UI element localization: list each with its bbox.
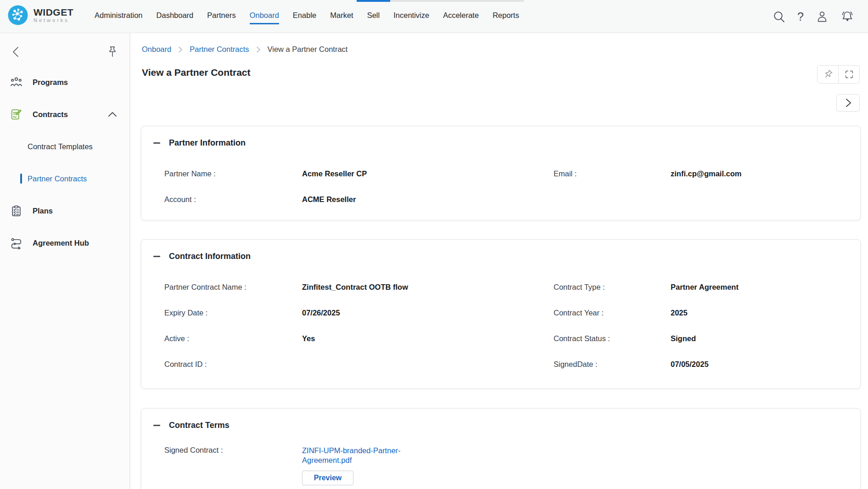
- page-load-progress: [357, 0, 524, 2]
- sidebar-item-agreement-hub[interactable]: Agreement Hub: [0, 227, 129, 259]
- field-label: Signed Contract :: [164, 446, 302, 455]
- field-value: Partner Agreement: [671, 283, 860, 292]
- logo-subtitle: Networks: [34, 17, 73, 23]
- breadcrumb-link-onboard[interactable]: Onboard: [142, 45, 171, 54]
- nav-item-market[interactable]: Market: [330, 11, 353, 24]
- contracts-icon: [10, 108, 22, 121]
- sidebar-item-label: Contracts: [33, 110, 68, 119]
- field-row: Expiry Date : 07/26/2025 Contract Year :…: [141, 300, 860, 326]
- sidebar: Programs Contracts Contract Templates: [0, 33, 130, 489]
- contract-terms-section: Contract Terms Signed Contract : ZINFI-U…: [141, 408, 861, 489]
- programs-icon: [10, 76, 22, 89]
- collapse-section-icon[interactable]: [153, 142, 160, 144]
- field-row: Partner Contract Name : Zinfitest_Contra…: [141, 274, 860, 300]
- header-icons: ?: [772, 10, 854, 23]
- field-label: SignedDate :: [554, 360, 671, 369]
- section-title: Partner Information: [169, 138, 246, 148]
- field-label: Expiry Date :: [164, 309, 302, 317]
- field-row: Active : Yes Contract Status : Signed: [141, 326, 860, 351]
- signed-contract-file-link[interactable]: ZINFI-UPM-branded-Partner-Agreement.pdf: [302, 446, 426, 465]
- sidebar-item-contracts[interactable]: Contracts: [0, 98, 129, 130]
- breadcrumb-current: View a Partner Contract: [268, 45, 348, 54]
- section-title: Contract Information: [169, 252, 251, 261]
- page-load-progress-fill: [357, 0, 390, 2]
- search-icon[interactable]: [772, 10, 786, 23]
- field-value: 07/26/2025: [302, 309, 554, 317]
- nav-item-onboard[interactable]: Onboard: [250, 11, 279, 24]
- field-value: Acme Reseller CP: [302, 169, 554, 178]
- field-label: Contract Year :: [554, 309, 671, 317]
- collapse-section-icon[interactable]: [153, 256, 160, 257]
- field-label: Email :: [554, 169, 671, 178]
- field-label: Contract Type :: [554, 283, 671, 292]
- field-label: Contract Status :: [554, 334, 671, 343]
- agreement-hub-icon: [10, 237, 22, 249]
- section-title: Contract Terms: [169, 421, 230, 430]
- field-row: Contract ID : SignedDate : 07/05/2025: [141, 351, 860, 377]
- sidebar-item-contract-templates[interactable]: Contract Templates: [0, 130, 129, 163]
- field-value: Yes: [302, 334, 554, 343]
- field-value: Zinfitest_Contract OOTB flow: [302, 283, 554, 292]
- pin-page-button[interactable]: [818, 66, 838, 83]
- logo-title: WIDGET: [34, 7, 73, 17]
- page-toolbar: [817, 65, 860, 84]
- field-value: zinfi.cp@gmail.com: [671, 169, 860, 178]
- nav-item-reports[interactable]: Reports: [493, 11, 519, 24]
- partner-information-section: Partner Information Partner Name : Acme …: [141, 126, 861, 220]
- help-icon[interactable]: ?: [797, 10, 804, 23]
- chevron-up-icon[interactable]: [107, 111, 118, 118]
- sidebar-pin-icon[interactable]: [106, 45, 118, 60]
- sidebar-item-plans[interactable]: Plans: [0, 195, 129, 227]
- field-value: 2025: [671, 309, 860, 317]
- field-row: Partner Name : Acme Reseller CP Email : …: [141, 161, 860, 186]
- chevron-right-icon: [178, 46, 183, 53]
- breadcrumb: Onboard Partner Contracts View a Partner…: [142, 45, 347, 54]
- fullscreen-button[interactable]: [838, 66, 859, 83]
- active-item-indicator: [20, 174, 22, 184]
- field-label: Partner Contract Name :: [164, 283, 302, 292]
- sidebar-item-label: Programs: [33, 78, 68, 87]
- field-label: Contract ID :: [164, 360, 302, 369]
- plans-icon: [10, 205, 22, 217]
- sidebar-collapse-icon[interactable]: [10, 45, 23, 59]
- chevron-right-icon: [256, 46, 261, 53]
- primary-nav: Administration Dashboard Partners Onboar…: [95, 11, 519, 24]
- preview-button[interactable]: Preview: [302, 471, 353, 485]
- sidebar-subitem-label: Partner Contracts: [28, 174, 87, 183]
- nav-item-accelerate[interactable]: Accelerate: [443, 11, 479, 24]
- nav-item-dashboard[interactable]: Dashboard: [157, 11, 194, 24]
- nav-item-incentivize[interactable]: Incentivize: [393, 11, 429, 24]
- page-title: View a Partner Contract: [142, 67, 251, 78]
- sidebar-item-programs[interactable]: Programs: [0, 66, 129, 98]
- nav-item-enable[interactable]: Enable: [293, 11, 316, 24]
- field-label: Active :: [164, 334, 302, 343]
- collapse-section-icon[interactable]: [153, 425, 160, 426]
- nav-item-administration[interactable]: Administration: [95, 11, 143, 24]
- contract-information-section: Contract Information Partner Contract Na…: [141, 239, 861, 389]
- next-panel-button[interactable]: [836, 94, 860, 112]
- notifications-icon[interactable]: [840, 10, 854, 23]
- nav-item-partners[interactable]: Partners: [207, 11, 235, 24]
- field-row: Signed Contract : ZINFI-UPM-branded-Part…: [141, 446, 860, 485]
- field-value: Signed: [671, 334, 860, 343]
- sidebar-item-partner-contracts[interactable]: Partner Contracts: [0, 163, 129, 195]
- sidebar-subitem-label: Contract Templates: [28, 142, 93, 151]
- nav-item-sell[interactable]: Sell: [367, 11, 380, 24]
- sidebar-item-label: Agreement Hub: [33, 239, 89, 247]
- sidebar-item-label: Plans: [33, 207, 53, 215]
- field-row: Account : ACME Reseller: [141, 186, 860, 212]
- top-nav-bar: WIDGET Networks Administration Dashboard…: [0, 0, 868, 33]
- logo-icon: [7, 5, 28, 26]
- sidebar-nav: Programs Contracts Contract Templates: [0, 66, 129, 259]
- logo[interactable]: WIDGET Networks: [7, 5, 73, 26]
- user-icon[interactable]: [815, 10, 829, 23]
- field-label: Partner Name :: [164, 169, 302, 178]
- field-label: Account :: [164, 195, 302, 204]
- breadcrumb-link-partner-contracts[interactable]: Partner Contracts: [190, 45, 249, 54]
- field-value: 07/05/2025: [671, 360, 860, 369]
- field-value: ACME Reseller: [302, 195, 554, 204]
